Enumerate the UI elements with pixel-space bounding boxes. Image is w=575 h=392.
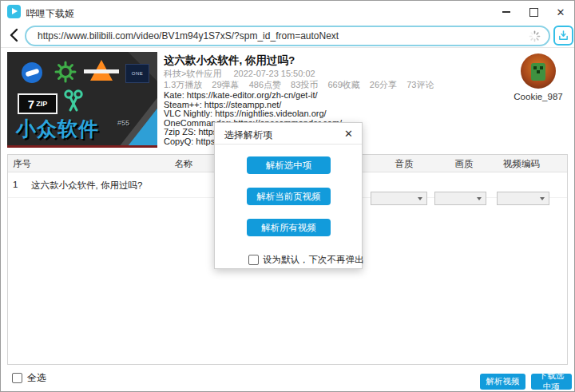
download-selected-button[interactable]: 下载选中项 (531, 374, 572, 390)
uploader-name: Cookie_987 (503, 92, 573, 101)
app-logo-icon (7, 5, 21, 18)
stat-shares: 26分享 (370, 80, 397, 89)
video-quality-select[interactable] (434, 192, 486, 205)
vlc-cone-band (84, 69, 119, 73)
titlebar: 哔哩下载姬 ✕ (1, 1, 574, 23)
video-category: 科技>软件应用 (164, 69, 221, 78)
audio-quality-select[interactable] (371, 192, 427, 205)
parse-video-button[interactable]: 解析视频 (480, 374, 525, 390)
download-into-tray-icon (557, 30, 569, 42)
app-title: 哔哩下载姬 (26, 7, 74, 21)
video-publish-time: 2022-07-23 15:50:02 (234, 69, 315, 78)
parse-options-dialog: 选择解析项 ✕ 解析选中项 解析当前页视频 解析所有视频 设为默认，下次不再弹出 (214, 122, 363, 269)
thumb-bottom-bar (7, 145, 157, 148)
set-default-row: 设为默认，下次不再弹出 (248, 254, 364, 266)
select-all-row: 全选 (12, 371, 46, 385)
back-icon[interactable] (7, 27, 22, 43)
copyq-scissors-icon (61, 89, 85, 114)
video-codec-select[interactable] (497, 192, 549, 205)
video-thumbnail: ONE 7 ZIP 小众软件 #55 (7, 52, 157, 148)
select-all-checkbox[interactable] (12, 373, 22, 383)
maximize-icon (529, 8, 538, 17)
stat-coins: 83投币 (291, 80, 318, 89)
set-default-label: 设为默认，下次不再弹出 (263, 254, 364, 266)
play-icon (12, 8, 18, 14)
thumb-episode-tag: #55 (117, 119, 129, 127)
parse-selected-button[interactable]: 解析选中项 (247, 156, 331, 174)
7zip-icon: 7 ZIP (18, 93, 58, 114)
chevron-down-icon (418, 197, 422, 200)
dialog-close-icon[interactable]: ✕ (344, 128, 353, 140)
set-default-checkbox[interactable] (248, 255, 259, 265)
select-all-label: 全选 (27, 371, 46, 385)
stat-comments: 73评论 (406, 80, 434, 89)
chevron-down-icon (477, 197, 482, 200)
url-input[interactable]: https://www.bilibili.com/video/BV1m94y1S… (38, 30, 529, 42)
loading-spinner-icon (529, 30, 541, 42)
parse-all-button[interactable]: 解析所有视频 (247, 219, 331, 236)
stat-danmaku: 29弹幕 (212, 80, 239, 89)
parse-current-page-button[interactable]: 解析当前页视频 (247, 188, 331, 205)
uploader-avatar (521, 53, 556, 89)
chevron-down-icon (540, 197, 545, 200)
stat-likes: 486点赞 (249, 80, 281, 89)
row-name: 这六款小众软件, 你用过吗? (31, 180, 142, 192)
stat-favorites: 669收藏 (327, 80, 359, 89)
close-icon: ✕ (557, 7, 565, 18)
download-folder-button[interactable] (553, 26, 573, 46)
video-stats-line: 1.3万播放 29弹幕 486点赞 83投币 669收藏 26分享 73评论 (164, 79, 441, 91)
onecommander-icon: ONE (125, 64, 149, 83)
column-header-video-codec: 视频编码 (485, 158, 558, 170)
window-controls: ✕ (493, 1, 574, 23)
maximize-button[interactable] (520, 1, 547, 23)
gear-icon (54, 60, 77, 84)
stat-plays: 1.3万播放 (164, 80, 202, 89)
close-button[interactable]: ✕ (547, 1, 574, 23)
dialog-divider (215, 144, 362, 145)
thumb-title: 小众软件 (16, 116, 99, 142)
minimize-button[interactable] (493, 1, 520, 23)
description-line: Kate: https://kate-editor.org/zh-cn/get-… (164, 91, 342, 101)
kate-icon (22, 62, 42, 83)
row-index: 1 (13, 180, 18, 189)
url-bar[interactable]: https://www.bilibili.com/video/BV1m94y1S… (25, 26, 550, 46)
app-window: 哔哩下载姬 ✕ https://www.bilibili.com/video/B… (0, 0, 575, 392)
dialog-title: 选择解析项 (224, 129, 272, 142)
nav-divider (1, 47, 574, 48)
minimize-icon (502, 11, 510, 13)
video-meta-line: 科技>软件应用 2022-07-23 15:50:02 (164, 68, 325, 80)
video-title: 这六款小众软件, 你用过吗? (164, 53, 295, 68)
